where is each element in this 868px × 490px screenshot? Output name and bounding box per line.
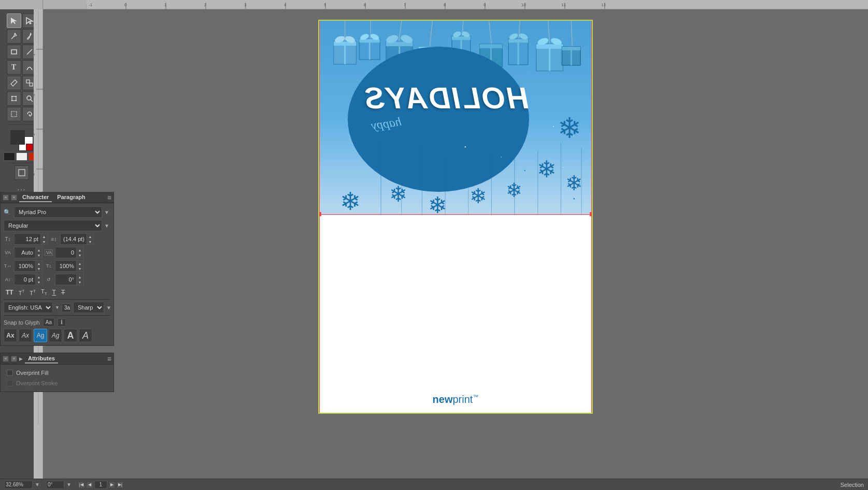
rectangle-tool[interactable] — [7, 45, 21, 59]
zoom-chevron[interactable]: ▼ — [35, 482, 40, 487]
artboard-tool[interactable] — [7, 107, 21, 121]
font-size-up[interactable]: ▲ — [41, 234, 47, 239]
free-transform-tool[interactable] — [7, 91, 21, 106]
color-boxes[interactable] — [10, 130, 33, 151]
pen-tool[interactable] — [7, 29, 21, 44]
screen-mode-row — [15, 165, 29, 180]
font-size-down[interactable]: ▼ — [41, 239, 47, 244]
svg-line-30 — [27, 49, 32, 54]
page-first-btn[interactable]: |◀ — [78, 481, 85, 488]
black-swatch[interactable] — [4, 152, 15, 161]
tab-character[interactable]: Character — [19, 193, 52, 202]
selection-status: Selection — [841, 482, 864, 488]
aa-method-select[interactable]: Sharp — [73, 302, 104, 313]
leading-input[interactable] — [61, 236, 87, 242]
tracking-input[interactable] — [55, 249, 76, 256]
toolbar-sep-2 — [9, 163, 35, 163]
svg-rect-33 — [30, 83, 33, 86]
superscript-btn[interactable]: TT — [27, 288, 38, 297]
kerning-type-group: ▲ ▼ — [14, 247, 42, 258]
kerning-type-input[interactable] — [15, 249, 35, 256]
screen-mode-btn[interactable] — [15, 165, 29, 180]
char-rotation-spinners: ▲ ▼ — [76, 274, 83, 285]
tracking-group: ▲ ▼ — [55, 247, 83, 258]
leading-spinners: ▲ ▼ — [87, 234, 93, 244]
page-next-btn[interactable]: ▶ — [108, 481, 116, 488]
overprint-stroke-checkbox[interactable] — [7, 380, 13, 386]
snap-glyph-info-btn[interactable]: ℹ — [58, 318, 66, 327]
horiz-scale-icon: T↔ — [4, 263, 12, 269]
char-rotation-up[interactable]: ▲ — [77, 274, 83, 279]
leading-up[interactable]: ▲ — [87, 234, 93, 239]
kerning-type-down[interactable]: ▼ — [36, 253, 42, 258]
white-swatch[interactable] — [16, 152, 27, 161]
font-style-select[interactable]: Regular — [4, 220, 102, 231]
page-last-btn[interactable]: ▶| — [117, 481, 124, 488]
horiz-scale-input[interactable] — [15, 263, 35, 269]
vert-scale-down[interactable]: ▼ — [77, 266, 83, 271]
panel-menu-btn[interactable]: ≡ — [107, 193, 111, 202]
swap-colors[interactable] — [26, 144, 33, 151]
tracking-up[interactable]: ▲ — [77, 247, 83, 253]
rotation-group: ▼ — [46, 481, 72, 489]
glyph-btn-3[interactable]: Ag — [34, 329, 47, 342]
rotation-chevron[interactable]: ▼ — [66, 482, 72, 487]
char-rotation-input[interactable] — [55, 276, 76, 283]
attr-collapse-btn[interactable]: « — [3, 356, 9, 362]
horiz-scale-group: ▲ ▼ — [14, 260, 42, 272]
svg-line-66 — [489, 21, 492, 44]
page-input[interactable] — [94, 481, 107, 489]
glyph-btn-5[interactable]: A — [64, 329, 77, 342]
font-family-select[interactable]: Myriad Pro — [14, 206, 102, 218]
attr-close-btn[interactable]: × — [11, 356, 17, 362]
all-caps-btn[interactable]: TT — [4, 288, 16, 297]
svg-rect-34 — [12, 96, 16, 101]
leading-down[interactable]: ▼ — [87, 239, 93, 244]
overprint-fill-checkbox[interactable] — [7, 370, 13, 376]
newprint-logo: newprint™ — [433, 394, 479, 405]
language-select[interactable]: English: USA — [4, 302, 53, 313]
snap-glyph-icon-btn[interactable]: Aa — [43, 318, 54, 327]
strikethrough-btn[interactable]: T — [59, 288, 67, 297]
eyedropper-tool[interactable] — [7, 76, 21, 90]
horiz-scale-down[interactable]: ▼ — [36, 266, 42, 271]
vert-scale-input[interactable] — [55, 263, 76, 269]
glyph-btn-6[interactable]: A — [79, 329, 92, 342]
font-size-input[interactable] — [15, 236, 40, 242]
page-prev-btn[interactable]: ◀ — [86, 481, 93, 488]
selection-handle-right[interactable] — [590, 212, 593, 216]
card-bottom: newprint™ — [319, 215, 592, 414]
attr-menu-btn[interactable]: ≡ — [107, 355, 111, 363]
language-chevron[interactable]: ▼ — [55, 305, 60, 310]
tracking-down[interactable]: ▼ — [77, 253, 83, 258]
panel-collapse-btn[interactable]: « — [3, 194, 9, 201]
panel-close-btn[interactable]: × — [11, 194, 17, 201]
aa-small-btn[interactable]: 3a — [62, 303, 71, 312]
tab-paragraph[interactable]: Paragraph — [54, 193, 88, 202]
foreground-color-box[interactable] — [10, 130, 25, 145]
glyph-btn-4[interactable]: Ag — [49, 329, 62, 342]
kerning-type-up[interactable]: ▲ — [36, 247, 42, 253]
glyph-btn-2[interactable]: Ax — [19, 329, 32, 342]
horiz-scale-up[interactable]: ▲ — [36, 261, 42, 266]
char-rotation-down[interactable]: ▼ — [77, 279, 83, 285]
aa-chevron[interactable]: ▼ — [106, 305, 111, 311]
small-caps-btn[interactable]: TT — [17, 288, 27, 297]
tab-attributes[interactable]: Attributes — [25, 354, 58, 363]
glyph-btn-1[interactable]: Ax — [4, 329, 17, 342]
zoom-input[interactable] — [4, 481, 33, 489]
font-family-chevron[interactable]: ▼ — [104, 209, 110, 215]
font-style-chevron[interactable]: ▼ — [104, 223, 110, 229]
document[interactable]: HOLIDAYS happy ❄ ❄ ❄ ❄ ❄ ❄ ❄ ❄ ● ● ● — [318, 20, 593, 414]
selection-handle-left[interactable] — [318, 212, 321, 216]
rotation-input[interactable] — [46, 481, 64, 489]
text-tool[interactable]: T — [7, 60, 21, 75]
selection-tool[interactable] — [7, 13, 21, 28]
page-nav: |◀ ◀ ▶ ▶| — [78, 481, 124, 489]
baseline-up[interactable]: ▲ — [36, 274, 42, 279]
subscript-btn[interactable]: TT — [39, 287, 49, 297]
baseline-input[interactable] — [15, 276, 35, 283]
baseline-down[interactable]: ▼ — [36, 279, 42, 285]
vert-scale-up[interactable]: ▲ — [77, 261, 83, 266]
underline-btn[interactable]: T — [50, 288, 58, 297]
